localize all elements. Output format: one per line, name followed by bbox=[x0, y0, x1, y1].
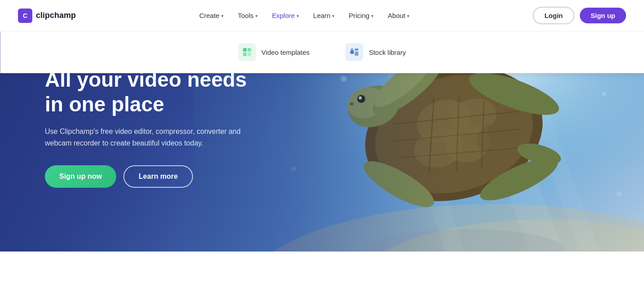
login-button[interactable]: Login bbox=[533, 7, 574, 24]
svg-rect-3 bbox=[248, 53, 251, 56]
video-templates-label: Video templates bbox=[262, 49, 310, 56]
signup-button[interactable]: Sign up bbox=[580, 8, 626, 23]
chevron-down-icon: ▾ bbox=[255, 13, 258, 18]
svg-rect-1 bbox=[248, 48, 251, 52]
svg-rect-0 bbox=[243, 48, 247, 52]
stock-library-label: Stock library bbox=[369, 49, 406, 56]
nav-create[interactable]: Create ▾ bbox=[193, 8, 230, 23]
nav-learn[interactable]: Learn ▾ bbox=[307, 8, 341, 23]
svg-rect-5 bbox=[355, 49, 359, 51]
nav-tools[interactable]: Tools ▾ bbox=[232, 8, 264, 23]
logo-icon: C bbox=[18, 9, 32, 23]
chevron-down-icon: ▾ bbox=[297, 13, 299, 18]
nav-actions: Login Sign up bbox=[533, 7, 626, 24]
hero-learn-more-button[interactable]: Learn more bbox=[123, 165, 193, 188]
nav-explore[interactable]: Explore ▾ bbox=[266, 8, 305, 23]
svg-point-7 bbox=[351, 49, 353, 51]
nav-center: Create ▾ Tools ▾ Explore ▾ Learn ▾ Prici… bbox=[193, 8, 416, 23]
hero-buttons: Sign up now Learn more bbox=[45, 165, 251, 188]
svg-rect-6 bbox=[355, 52, 359, 56]
chevron-down-icon: ▾ bbox=[221, 13, 223, 18]
explore-video-templates[interactable]: Video templates bbox=[231, 40, 317, 65]
hero-subtitle: Use Clipchamp's free video editor, compr… bbox=[45, 126, 242, 149]
chevron-down-icon: ▾ bbox=[332, 13, 334, 18]
explore-dropdown: Video templates Stock library bbox=[0, 31, 644, 73]
stock-library-icon bbox=[346, 43, 364, 61]
nav-pricing[interactable]: Pricing ▾ bbox=[342, 8, 380, 23]
chevron-down-icon: ▾ bbox=[371, 13, 373, 18]
hero-title: All your video needs in one place bbox=[45, 67, 251, 117]
video-templates-icon bbox=[238, 43, 256, 61]
svg-rect-2 bbox=[243, 53, 247, 56]
chevron-down-icon: ▾ bbox=[407, 13, 409, 18]
svg-rect-4 bbox=[350, 50, 354, 54]
navbar: C clipchamp Create ▾ Tools ▾ Explore ▾ L… bbox=[0, 0, 644, 31]
logo-text: clipchamp bbox=[36, 11, 76, 20]
logo[interactable]: C clipchamp bbox=[18, 9, 76, 23]
explore-stock-library[interactable]: Stock library bbox=[338, 40, 413, 65]
hero-signup-button[interactable]: Sign up now bbox=[45, 165, 116, 188]
nav-about[interactable]: About ▾ bbox=[381, 8, 416, 23]
